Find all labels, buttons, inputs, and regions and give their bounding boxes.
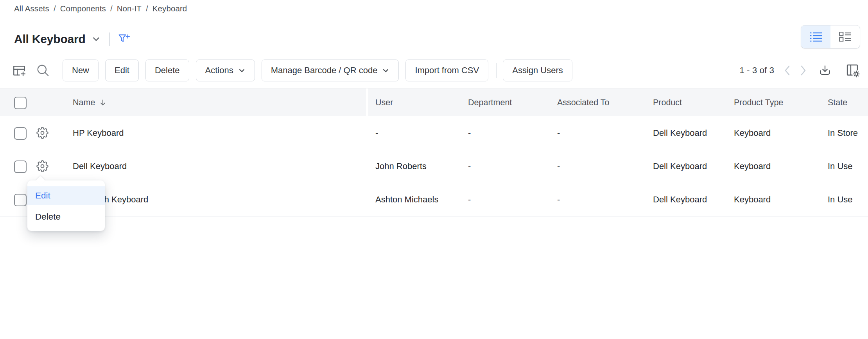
view-toggle [801, 25, 860, 49]
button-label: Edit [115, 65, 129, 76]
table-settings-icon [845, 63, 860, 78]
asset-list-page: All Assets / Components / Non-IT / Keybo… [0, 0, 868, 339]
button-label: Manage Barcode / QR code [271, 65, 378, 76]
list-view-icon [809, 31, 823, 43]
column-label: Name [73, 98, 95, 108]
cell-associated-to: - [557, 183, 560, 216]
manage-barcode-button[interactable]: Manage Barcode / QR code [262, 60, 399, 81]
cell-product-type: Keyboard [734, 150, 771, 183]
cell-name[interactable]: Dell Keyboard [73, 150, 127, 183]
button-label: Assign Users [512, 65, 563, 76]
cell-department: - [468, 116, 471, 150]
list-view-toggle[interactable] [801, 25, 830, 48]
row-checkbox[interactable] [14, 160, 27, 173]
cell-associated-to: - [557, 150, 560, 183]
toolbar: New Edit Delete Actions Manage Barcode /… [12, 60, 579, 81]
previous-page-button[interactable] [784, 65, 791, 76]
new-button[interactable]: New [63, 60, 99, 81]
select-all-checkbox[interactable] [14, 97, 27, 109]
breadcrumb-separator: / [146, 4, 148, 13]
row-checkbox[interactable] [14, 127, 27, 140]
breadcrumb-separator: / [110, 4, 113, 13]
cell-associated-to: - [557, 116, 560, 150]
actions-button[interactable]: Actions [196, 60, 255, 81]
breadcrumb-item-components[interactable]: Components [60, 4, 106, 13]
cell-product: Dell Keyboard [653, 116, 707, 150]
cell-name[interactable]: HP Keyboard [73, 116, 124, 150]
chevron-right-icon [799, 65, 807, 76]
cell-user: Ashton Michaels [375, 183, 438, 216]
filter-plus-icon [118, 34, 130, 45]
column-header-state[interactable]: State [828, 88, 847, 117]
button-label: Delete [155, 65, 180, 76]
column-label: User [375, 98, 393, 108]
cell-product: Dell Keyboard [653, 150, 707, 183]
breadcrumb-separator: / [54, 4, 56, 13]
pagination-range: 1 - 3 of 3 [739, 65, 774, 76]
assign-users-button[interactable]: Assign Users [503, 60, 572, 81]
cell-state: In Use [828, 150, 853, 183]
breadcrumb-item-non-it[interactable]: Non-IT [117, 4, 142, 13]
column-label: Associated To [557, 98, 609, 108]
search-icon [36, 63, 50, 78]
export-button[interactable] [818, 64, 832, 77]
gear-icon [36, 127, 48, 139]
cell-department: - [468, 183, 471, 216]
row-actions-menu: Edit Delete [27, 180, 105, 231]
chevron-down-icon [91, 34, 101, 44]
page-title: All Keyboard [14, 32, 86, 46]
cell-product-type: Keyboard [734, 183, 771, 216]
column-header-name[interactable]: Name [73, 88, 107, 117]
search-button[interactable] [36, 63, 50, 78]
view-selector-dropdown[interactable] [91, 34, 101, 44]
table-row[interactable]: Bluetooth Keyboard Ashton Michaels - - D… [0, 183, 868, 216]
cell-department: - [468, 150, 471, 183]
table-header: Name User Department Associated To Produ… [0, 88, 868, 117]
column-label: Department [468, 98, 512, 108]
card-view-toggle[interactable] [830, 25, 860, 48]
column-header-associated-to[interactable]: Associated To [557, 88, 609, 117]
edit-button[interactable]: Edit [105, 60, 139, 81]
column-label: Product [653, 98, 682, 108]
table-row[interactable]: HP Keyboard - - - Dell Keyboard Keyboard… [0, 116, 868, 150]
breadcrumb: All Assets / Components / Non-IT / Keybo… [14, 4, 187, 13]
row-actions-button[interactable] [36, 160, 48, 172]
divider [366, 88, 368, 117]
chevron-down-icon [382, 67, 389, 74]
divider [109, 32, 110, 46]
cell-user: - [375, 116, 378, 150]
column-header-department[interactable]: Department [468, 88, 512, 117]
table-add-icon [12, 63, 27, 78]
add-filter-button[interactable] [118, 34, 130, 45]
download-icon [818, 64, 832, 77]
delete-button[interactable]: Delete [145, 60, 189, 81]
breadcrumb-item-keyboard[interactable]: Keyboard [152, 4, 187, 13]
breadcrumb-item-all-assets[interactable]: All Assets [14, 4, 49, 13]
column-label: Product Type [734, 98, 783, 108]
cell-product: Dell Keyboard [653, 183, 707, 216]
chevron-left-icon [784, 65, 791, 76]
column-header-user[interactable]: User [375, 88, 393, 117]
button-label: New [72, 65, 89, 76]
menu-item-delete[interactable]: Delete [27, 207, 105, 226]
import-csv-button[interactable]: Import from CSV [405, 60, 488, 81]
card-view-icon [838, 31, 852, 43]
next-page-button[interactable] [799, 65, 807, 76]
row-checkbox[interactable] [14, 194, 27, 206]
table-row[interactable]: Dell Keyboard John Roberts - - Dell Keyb… [0, 150, 868, 183]
row-actions-button[interactable] [36, 127, 48, 139]
cell-state: In Store [828, 116, 858, 150]
menu-item-edit[interactable]: Edit [27, 186, 105, 205]
arrow-down-icon [99, 99, 107, 106]
column-label: State [828, 98, 847, 108]
cell-user: John Roberts [375, 150, 427, 183]
column-header-product-type[interactable]: Product Type [734, 88, 783, 117]
button-label: Import from CSV [415, 65, 479, 76]
column-header-product[interactable]: Product [653, 88, 682, 117]
gear-icon [36, 160, 48, 172]
button-label: Actions [205, 65, 233, 76]
pagination-bar: 1 - 3 of 3 [739, 60, 860, 81]
column-chooser-button[interactable] [845, 63, 860, 78]
add-column-button[interactable] [12, 63, 27, 78]
cell-state: In Use [828, 183, 853, 216]
